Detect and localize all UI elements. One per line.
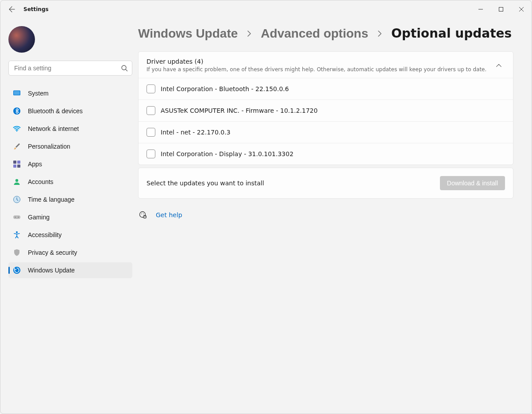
driver-item: Intel Corporation - Bluetooth - 22.150.0… (139, 78, 513, 100)
sidebar-item-windows-update[interactable]: Windows Update (8, 262, 132, 278)
svg-point-5 (16, 130, 18, 132)
driver-updates-card: Driver updates (4) If you have a specifi… (138, 51, 513, 165)
sidebar-item-label: Gaming (28, 214, 50, 221)
gamepad-icon (13, 213, 21, 221)
profile-block[interactable] (8, 23, 133, 61)
close-icon (519, 7, 524, 12)
breadcrumb-optional-updates: Optional updates (391, 26, 512, 41)
sidebar-item-time-language[interactable]: Time & language (8, 192, 132, 207)
breadcrumb-advanced-options[interactable]: Advanced options (261, 27, 368, 41)
svg-rect-0 (499, 8, 503, 12)
sidebar: System Bluetooth & devices Network & int… (0, 18, 137, 414)
content: Windows Update Advanced options Optional… (137, 18, 532, 414)
svg-rect-12 (13, 215, 20, 219)
sidebar-item-label: Windows Update (28, 267, 75, 274)
sidebar-item-label: Personalization (28, 143, 70, 150)
titlebar-left: Settings (7, 4, 49, 15)
driver-updates-header-text: Driver updates (4) If you have a specifi… (146, 58, 486, 73)
sidebar-item-label: Network & internet (28, 125, 79, 132)
svg-rect-9 (17, 165, 20, 168)
svg-rect-7 (17, 161, 20, 164)
sidebar-item-network[interactable]: Network & internet (8, 121, 132, 137)
person-icon (13, 178, 21, 186)
window-title: Settings (23, 6, 49, 12)
back-button[interactable] (7, 4, 17, 15)
sidebar-item-accessibility[interactable]: Accessibility (8, 227, 132, 243)
driver-label: Intel - net - 22.170.0.3 (161, 129, 231, 136)
sidebar-item-accounts[interactable]: Accounts (8, 174, 132, 190)
sidebar-item-personalization[interactable]: Personalization (8, 138, 132, 154)
maximize-icon (499, 7, 503, 12)
driver-checkbox[interactable] (146, 150, 155, 158)
bluetooth-icon (13, 107, 21, 115)
apps-icon (13, 160, 21, 168)
svg-rect-3 (14, 91, 20, 95)
driver-label: Intel Corporation - Display - 31.0.101.3… (161, 150, 293, 157)
svg-point-1 (122, 65, 126, 70)
svg-point-10 (15, 179, 18, 182)
minimize-icon (478, 7, 483, 12)
svg-rect-8 (13, 165, 16, 168)
paintbrush-icon (13, 142, 21, 150)
help-row: ? Get help (138, 211, 513, 219)
main-stack: Windows Update Advanced options Optional… (138, 26, 513, 219)
install-footer: Select the updates you want to install D… (138, 168, 513, 199)
get-help-link[interactable]: Get help (156, 211, 182, 218)
sidebar-item-label: Bluetooth & devices (28, 107, 83, 115)
search-input[interactable] (8, 61, 132, 76)
driver-label: Intel Corporation - Bluetooth - 22.150.0… (161, 85, 289, 92)
shield-icon (13, 249, 21, 257)
driver-checkbox[interactable] (146, 128, 155, 137)
install-message: Select the updates you want to install (146, 180, 264, 187)
driver-item: ASUSTeK COMPUTER INC. - Firmware - 10.1.… (139, 100, 513, 121)
minimize-button[interactable] (470, 2, 491, 16)
search-icon (121, 65, 128, 72)
svg-point-14 (18, 217, 19, 218)
driver-updates-header[interactable]: Driver updates (4) If you have a specifi… (139, 52, 513, 78)
clock-icon (13, 196, 21, 203)
arrow-left-icon (9, 6, 15, 12)
svg-rect-6 (13, 161, 16, 164)
driver-label: ASUSTeK COMPUTER INC. - Firmware - 10.1.… (161, 107, 318, 114)
driver-updates-title: Driver updates (4) (146, 58, 486, 65)
chevron-right-icon (246, 30, 253, 37)
driver-item: Intel Corporation - Display - 31.0.101.3… (139, 143, 513, 165)
svg-point-15 (16, 231, 18, 233)
driver-checkbox[interactable] (146, 84, 155, 93)
chevron-up-icon (494, 61, 503, 70)
sidebar-item-label: Accounts (28, 178, 54, 185)
update-icon (13, 266, 21, 274)
driver-updates-subtitle: If you have a specific problem, one of t… (146, 66, 486, 73)
sidebar-item-label: Accessibility (28, 231, 62, 238)
download-install-button[interactable]: Download & install (440, 176, 505, 190)
sidebar-item-apps[interactable]: Apps (8, 156, 132, 172)
sidebar-item-label: Time & language (28, 196, 74, 203)
driver-item: Intel - net - 22.170.0.3 (139, 121, 513, 143)
avatar (8, 26, 35, 53)
sidebar-item-gaming[interactable]: Gaming (8, 209, 132, 225)
driver-checkbox[interactable] (146, 106, 155, 115)
search-wrap (8, 61, 132, 76)
chevron-right-icon (376, 30, 383, 37)
settings-window: Settings System (0, 0, 532, 414)
titlebar: Settings (0, 0, 532, 18)
maximize-button[interactable] (491, 2, 511, 16)
svg-point-20 (141, 214, 142, 215)
nav-list: System Bluetooth & devices Network & int… (8, 85, 133, 278)
sidebar-item-system[interactable]: System (8, 85, 132, 101)
breadcrumb-windows-update[interactable]: Windows Update (138, 27, 238, 41)
accessibility-icon (13, 231, 21, 239)
svg-point-21 (143, 214, 144, 215)
sidebar-item-privacy[interactable]: Privacy & security (8, 245, 132, 261)
close-button[interactable] (511, 2, 532, 16)
breadcrumb: Windows Update Advanced options Optional… (138, 26, 513, 41)
window-controls (470, 2, 532, 16)
sidebar-item-label: Apps (28, 161, 42, 168)
sidebar-item-label: System (28, 90, 49, 97)
sidebar-item-bluetooth[interactable]: Bluetooth & devices (8, 103, 132, 119)
wifi-icon (13, 125, 21, 133)
svg-text:?: ? (144, 215, 146, 218)
display-icon (13, 89, 21, 97)
help-icon: ? (139, 211, 147, 219)
svg-point-13 (15, 217, 16, 218)
